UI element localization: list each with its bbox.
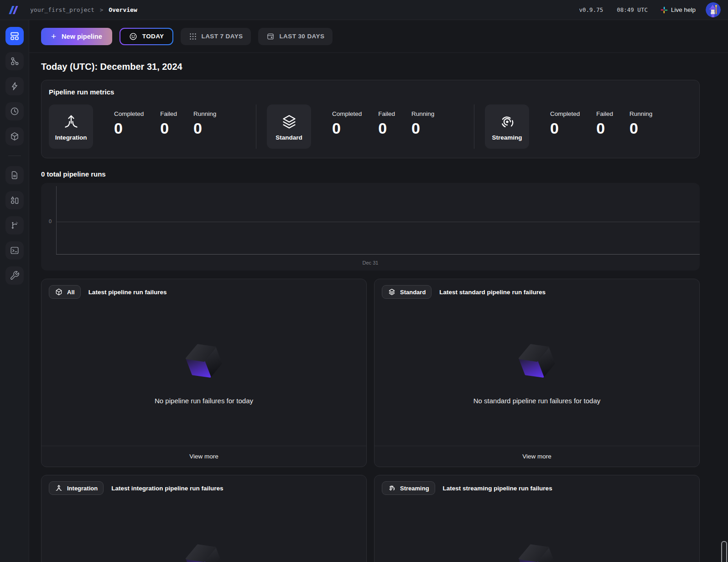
plus-icon: + bbox=[51, 32, 56, 41]
integration-badge[interactable]: Integration bbox=[49, 481, 104, 495]
card-title: Latest standard pipeline run failures bbox=[439, 289, 546, 296]
main-area: + New pipeline TODAY LAST 7 DAYS bbox=[29, 20, 728, 562]
stat-label: Failed bbox=[160, 110, 177, 117]
dashboard-icon bbox=[10, 31, 20, 41]
metrics-title: Pipeline run metrics bbox=[49, 88, 692, 96]
all-badge[interactable]: All bbox=[49, 285, 81, 299]
standard-badge[interactable]: Standard bbox=[382, 285, 432, 299]
range-last-30-days-label: LAST 30 DAYS bbox=[279, 33, 324, 40]
live-help-label: Live help bbox=[671, 6, 696, 13]
standard-tile[interactable]: Standard bbox=[267, 104, 311, 149]
stat-completed: Completed 0 bbox=[550, 110, 580, 137]
sidebar-item-version-control[interactable] bbox=[5, 216, 24, 234]
stat-failed: Failed 0 bbox=[378, 110, 395, 137]
streaming-badge[interactable]: Streaming bbox=[382, 481, 435, 495]
lightning-icon bbox=[10, 81, 20, 91]
wrench-icon bbox=[10, 271, 20, 281]
stat-value: 0 bbox=[550, 120, 580, 137]
mage-logo-icon[interactable] bbox=[7, 4, 19, 16]
range-last-7-days-button[interactable]: LAST 7 DAYS bbox=[181, 28, 251, 45]
shapes-icon bbox=[10, 195, 20, 205]
sidebar-item-pipelines[interactable] bbox=[5, 52, 24, 70]
clock-icon bbox=[10, 106, 20, 116]
stat-value: 0 bbox=[378, 120, 395, 137]
version-label: v0.9.75 bbox=[579, 6, 603, 13]
wizard-avatar-icon bbox=[706, 2, 721, 17]
card-title: Latest pipeline run failures bbox=[88, 289, 167, 296]
badge-label: Standard bbox=[400, 289, 426, 296]
vertical-scrollbar-thumb[interactable] bbox=[721, 541, 727, 562]
stat-value: 0 bbox=[160, 120, 177, 137]
pipeline-graph-icon bbox=[10, 56, 20, 66]
range-today-button[interactable]: TODAY bbox=[120, 28, 173, 45]
stat-value: 0 bbox=[332, 120, 362, 137]
chart-x-tick: Dec 31 bbox=[41, 260, 700, 265]
new-pipeline-button[interactable]: + New pipeline bbox=[41, 28, 112, 45]
integration-tile-label: Integration bbox=[55, 134, 87, 141]
sidebar-item-pipeline-runs[interactable] bbox=[5, 102, 24, 120]
new-pipeline-label: New pipeline bbox=[62, 33, 102, 40]
streaming-tile-label: Streaming bbox=[492, 134, 522, 141]
failures-card-all: All Latest pipeline run failures bbox=[41, 279, 367, 467]
card-body: No pipeline run failures for today bbox=[42, 305, 366, 446]
sidebar-item-settings[interactable] bbox=[5, 266, 24, 285]
merge-arrows-icon bbox=[62, 113, 80, 131]
metric-group-integration: Integration Completed 0 Failed 0 bbox=[49, 104, 256, 149]
terminal-icon bbox=[10, 245, 20, 255]
left-sidebar bbox=[0, 20, 29, 562]
card-header: Streaming Latest streaming pipeline run … bbox=[374, 475, 699, 501]
integration-stats: Completed 0 Failed 0 Running 0 bbox=[114, 110, 216, 137]
card-body: No standard pipeline run failures for to… bbox=[374, 305, 699, 446]
file-icon bbox=[10, 170, 20, 180]
stat-label: Completed bbox=[550, 110, 580, 117]
integration-tile[interactable]: Integration bbox=[49, 104, 93, 149]
cube-wireframe-icon bbox=[55, 288, 63, 296]
empty-message: No standard pipeline run failures for to… bbox=[473, 397, 601, 405]
card-header: Standard Latest standard pipeline run fa… bbox=[374, 279, 699, 305]
badge-label: Streaming bbox=[400, 485, 429, 492]
streaming-tile[interactable]: Streaming bbox=[485, 104, 529, 149]
stat-label: Running bbox=[629, 110, 652, 117]
stat-label: Failed bbox=[378, 110, 395, 117]
range-last-30-days-button[interactable]: LAST 30 DAYS bbox=[258, 28, 333, 45]
streaming-stats: Completed 0 Failed 0 Running 0 bbox=[550, 110, 652, 137]
card-header: All Latest pipeline run failures bbox=[42, 279, 366, 305]
stat-running: Running 0 bbox=[193, 110, 216, 137]
git-branch-icon bbox=[10, 220, 20, 230]
sidebar-item-templates[interactable] bbox=[5, 191, 24, 209]
card-title: Latest streaming pipeline run failures bbox=[443, 485, 552, 492]
breadcrumb-project[interactable]: your_first_project bbox=[30, 6, 94, 13]
metric-group-standard: Standard Completed 0 Failed 0 bbox=[256, 104, 474, 149]
stat-failed: Failed 0 bbox=[160, 110, 177, 137]
stat-value: 0 bbox=[114, 120, 144, 137]
layers-icon bbox=[280, 113, 298, 131]
stat-completed: Completed 0 bbox=[332, 110, 362, 137]
live-help-link[interactable]: Live help bbox=[660, 6, 696, 14]
failures-card-streaming: Streaming Latest streaming pipeline run … bbox=[374, 475, 700, 562]
breadcrumb-separator: > bbox=[100, 7, 103, 13]
sidebar-item-overview[interactable] bbox=[5, 27, 24, 45]
user-avatar[interactable] bbox=[706, 2, 721, 17]
sidebar-item-triggers[interactable] bbox=[5, 77, 24, 95]
smiley-icon bbox=[129, 32, 138, 41]
chart-y-axis bbox=[56, 186, 57, 255]
sidebar-item-global-data-products[interactable] bbox=[5, 127, 24, 146]
stat-running: Running 0 bbox=[629, 110, 652, 137]
view-more-button[interactable]: View more bbox=[42, 446, 366, 467]
empty-cube-illustration bbox=[177, 535, 231, 562]
sidebar-item-files[interactable] bbox=[5, 166, 24, 184]
range-today-label: TODAY bbox=[142, 33, 164, 40]
stat-running: Running 0 bbox=[411, 110, 434, 137]
toolbar: + New pipeline TODAY LAST 7 DAYS bbox=[29, 20, 728, 53]
card-body bbox=[42, 501, 366, 562]
stat-label: Running bbox=[411, 110, 434, 117]
stat-label: Completed bbox=[332, 110, 362, 117]
ripple-icon bbox=[388, 484, 396, 492]
stat-value: 0 bbox=[596, 120, 613, 137]
breadcrumb-page: Overview bbox=[109, 6, 137, 13]
sidebar-divider bbox=[8, 156, 21, 156]
sidebar-item-terminal[interactable] bbox=[5, 241, 24, 260]
view-more-button[interactable]: View more bbox=[374, 446, 699, 467]
metric-group-streaming: Streaming Completed 0 Failed 0 bbox=[474, 104, 692, 149]
stat-label: Running bbox=[193, 110, 216, 117]
